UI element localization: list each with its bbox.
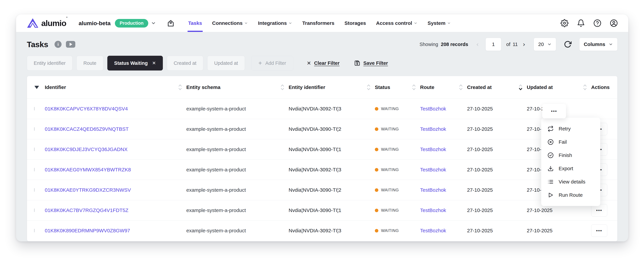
row-checkbox[interactable] <box>34 168 35 171</box>
route-link[interactable]: TestBozhok <box>420 167 446 172</box>
task-identifier-link[interactable]: 01K8K0KCACZ4QED65Z9VNQTBST <box>45 126 129 132</box>
nav-item-system[interactable]: System <box>428 15 451 32</box>
columns-button[interactable]: Columns <box>579 38 618 51</box>
environment-chevron-down-icon[interactable] <box>151 21 156 26</box>
tasks-table: Identifier Entity schema Entity identifi… <box>27 76 618 241</box>
page-total: of11 <box>506 42 518 47</box>
nav-item-storages[interactable]: Storages <box>344 15 366 32</box>
row-actions-button[interactable]: ••• <box>591 224 607 237</box>
column-header-entity-identifier[interactable]: Entity identifier <box>289 84 375 91</box>
prev-page-button[interactable]: ‹ <box>476 41 480 48</box>
sort-icon[interactable] <box>280 84 285 91</box>
notifications-button[interactable] <box>577 19 585 27</box>
youtube-icon[interactable] <box>66 41 75 48</box>
menu-item-view-details[interactable]: View details <box>541 175 600 188</box>
add-filter-button[interactable]: + Add Filter <box>251 56 293 71</box>
column-header-actions[interactable]: Actions <box>591 84 617 90</box>
bell-icon <box>577 19 585 27</box>
list-icon <box>548 179 554 185</box>
filter-chip-route[interactable]: Route <box>76 56 103 71</box>
nav-item-connections[interactable]: Connections <box>212 15 248 32</box>
nav-item-integrations[interactable]: Integrations <box>258 15 292 32</box>
nav-item-transformers[interactable]: Transformers <box>302 15 334 32</box>
task-identifier-link[interactable]: 01K8K0KC9DJEJ3VCYQ36JGADNX <box>45 147 128 152</box>
settings-button[interactable] <box>560 19 568 27</box>
environment-name: alumio-beta <box>79 20 111 27</box>
route-link[interactable]: TestBozhok <box>420 126 446 132</box>
column-header-updated-at[interactable]: Updated at <box>527 84 591 91</box>
chevron-down-icon <box>608 42 613 47</box>
sort-icon[interactable] <box>458 84 464 91</box>
row-checkbox[interactable] <box>34 148 35 151</box>
nav-item-access-control[interactable]: Access control <box>376 15 418 32</box>
table-header-row: Identifier Entity schema Entity identifi… <box>27 76 617 99</box>
route-link[interactable]: TestBozhok <box>420 228 446 233</box>
row-actions-button-active[interactable]: ••• <box>542 104 566 118</box>
menu-item-export[interactable]: Export <box>541 162 600 175</box>
page-size-select[interactable]: 20 <box>534 38 556 51</box>
sort-icon[interactable] <box>412 84 416 91</box>
filter-chip-entity-identifier[interactable]: Entity identifier <box>27 56 72 71</box>
next-page-button[interactable]: › <box>522 41 526 48</box>
sort-icon[interactable] <box>366 84 371 91</box>
info-icon[interactable]: i <box>54 41 62 48</box>
page-number-input[interactable] <box>486 38 501 51</box>
route-link[interactable]: TestBozhok <box>420 106 446 111</box>
column-header-route[interactable]: Route <box>420 84 467 91</box>
help-circle-icon <box>593 19 602 27</box>
column-header-status[interactable]: Status <box>375 84 420 91</box>
status-label: WAITING <box>381 228 399 233</box>
route-link[interactable]: TestBozhok <box>420 187 446 193</box>
task-identifier-link[interactable]: 01K8K0KAE0YTRKG9DXZCR3NWSV <box>45 187 131 193</box>
close-icon[interactable]: ✕ <box>152 60 156 66</box>
nav-item-tasks[interactable]: Tasks <box>188 15 202 32</box>
menu-item-finish[interactable]: Finish <box>541 149 600 162</box>
records-count: 208 records <box>441 42 468 47</box>
fail-circle-icon <box>548 139 554 145</box>
sort-icon[interactable] <box>178 84 183 91</box>
route-link[interactable]: TestBozhok <box>420 207 446 213</box>
alumio-logo[interactable]: alumio° <box>26 18 67 28</box>
environment-badge: Production <box>115 19 148 28</box>
status-dot <box>375 107 378 111</box>
menu-item-fail[interactable]: Fail <box>541 135 600 149</box>
task-identifier-link[interactable]: 01K8K0K890EDRMNP9WV0Z8GW97 <box>45 228 130 233</box>
row-checkbox[interactable] <box>34 127 35 131</box>
table-row: 01K8K0KCAPVCY6X78Y8DV4QSV4 example-syste… <box>27 99 617 119</box>
row-checkbox[interactable] <box>34 188 35 192</box>
plus-icon: + <box>258 60 262 66</box>
export-icon <box>548 165 554 172</box>
check-circle-icon <box>548 152 554 158</box>
filter-chip-status-waiting[interactable]: Status Waiting ✕ <box>107 56 163 71</box>
select-all-dropdown[interactable] <box>27 86 45 89</box>
sort-icon[interactable] <box>518 84 523 91</box>
save-filter-button[interactable]: Save Filter <box>354 60 388 66</box>
task-identifier-link[interactable]: 01K8K0KAEG0YMWX854YBWTRZK8 <box>45 167 131 172</box>
chevron-down-icon <box>288 21 292 25</box>
column-header-entity-schema[interactable]: Entity schema <box>186 84 289 91</box>
entity-identifier-cell: Nvdia¦NVDIA-3090-TI¦1 <box>289 147 375 152</box>
clear-filter-button[interactable]: ✕ Clear Filter <box>307 60 340 66</box>
refresh-button[interactable] <box>564 41 572 48</box>
row-checkbox[interactable] <box>34 107 35 110</box>
status-label: WAITING <box>381 167 399 172</box>
row-actions-button[interactable]: ••• <box>591 204 607 216</box>
home-button[interactable] <box>166 19 175 28</box>
filter-chip-updated-at[interactable]: Updated at <box>207 56 245 71</box>
menu-item-run-route[interactable]: Run Route <box>541 188 600 202</box>
task-identifier-link[interactable]: 01K8K0KCAPVCY6X78Y8DV4QSV4 <box>45 106 128 111</box>
play-icon <box>548 192 554 198</box>
menu-item-retry[interactable]: Retry <box>541 122 600 135</box>
row-checkbox[interactable] <box>34 208 35 212</box>
task-identifier-link[interactable]: 01K8K0KAC7BV7RGZQG4V1FDT5Z <box>45 207 128 213</box>
help-button[interactable] <box>593 19 602 27</box>
account-button[interactable] <box>610 19 618 27</box>
chevron-down-icon <box>244 21 248 25</box>
sort-icon[interactable] <box>582 84 588 91</box>
filter-chip-created-at[interactable]: Created at <box>167 56 203 71</box>
route-link[interactable]: TestBozhok <box>420 147 446 152</box>
column-header-identifier[interactable]: Identifier <box>45 84 186 91</box>
column-header-created-at[interactable]: Created at <box>467 84 527 91</box>
row-checkbox[interactable] <box>34 229 35 232</box>
status-dot <box>375 127 378 131</box>
